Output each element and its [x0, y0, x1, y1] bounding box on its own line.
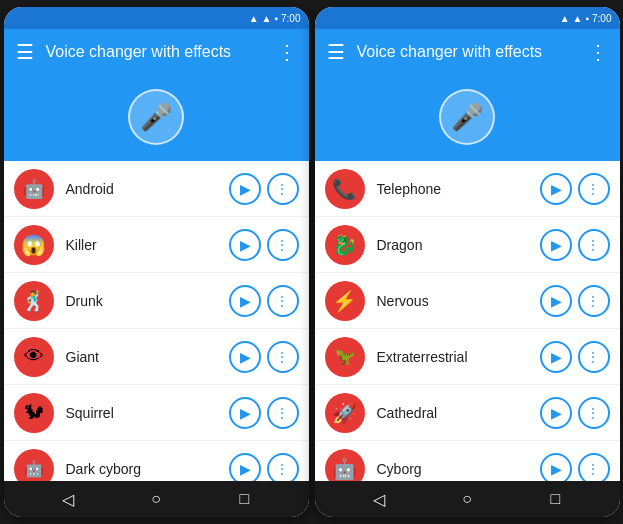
- item-name-dark-cyborg: Dark cyborg: [66, 461, 229, 477]
- item-name-cyborg: Cyborg: [377, 461, 540, 477]
- wifi-icon: ▲: [262, 13, 272, 24]
- more-button-killer[interactable]: ⋮: [267, 229, 299, 261]
- more-button-extraterrestrial[interactable]: ⋮: [578, 341, 610, 373]
- mic-button-left[interactable]: 🎤: [128, 89, 184, 145]
- play-button-squirrel[interactable]: ▶: [229, 397, 261, 429]
- play-icon: ▶: [551, 293, 562, 309]
- play-button-killer[interactable]: ▶: [229, 229, 261, 261]
- list-item: 🚀 Cathedral ▶ ⋮: [315, 385, 620, 441]
- item-actions-android: ▶ ⋮: [229, 173, 299, 205]
- play-button-dragon[interactable]: ▶: [540, 229, 572, 261]
- app-title-right: Voice changer with effects: [357, 43, 576, 61]
- play-button-cathedral[interactable]: ▶: [540, 397, 572, 429]
- item-name-cathedral: Cathedral: [377, 405, 540, 421]
- more-button-dark-cyborg[interactable]: ⋮: [267, 453, 299, 482]
- item-name-squirrel: Squirrel: [66, 405, 229, 421]
- more-button-android[interactable]: ⋮: [267, 173, 299, 205]
- more-button-cyborg[interactable]: ⋮: [578, 453, 610, 482]
- avatar-android: 🤖: [14, 169, 54, 209]
- avatar-cathedral: 🚀: [325, 393, 365, 433]
- avatar-cyborg: 🤖: [325, 449, 365, 482]
- list-item: 🕺 Drunk ▶ ⋮: [4, 273, 309, 329]
- play-icon: ▶: [240, 237, 251, 253]
- item-actions-cathedral: ▶ ⋮: [540, 397, 610, 429]
- item-name-nervous: Nervous: [377, 293, 540, 309]
- avatar-squirrel: 🐿: [14, 393, 54, 433]
- item-actions-killer: ▶ ⋮: [229, 229, 299, 261]
- more-button-dragon[interactable]: ⋮: [578, 229, 610, 261]
- play-button-telephone[interactable]: ▶: [540, 173, 572, 205]
- more-icon-left[interactable]: ⋮: [277, 40, 297, 64]
- more-button-giant[interactable]: ⋮: [267, 341, 299, 373]
- item-actions-squirrel: ▶ ⋮: [229, 397, 299, 429]
- more-button-nervous[interactable]: ⋮: [578, 285, 610, 317]
- play-button-cyborg[interactable]: ▶: [540, 453, 572, 482]
- play-button-drunk[interactable]: ▶: [229, 285, 261, 317]
- list-left: 🤖 Android ▶ ⋮ 😱 Killer ▶ ⋮ 🕺 Drunk ▶ ⋮ 👁: [4, 161, 309, 481]
- recent-button-right[interactable]: □: [540, 484, 570, 514]
- status-icons: ▲ ▲ ▪ 7:00: [249, 13, 301, 24]
- list-item: 😱 Killer ▶ ⋮: [4, 217, 309, 273]
- item-actions-dark-cyborg: ▶ ⋮: [229, 453, 299, 482]
- phone-left: ▲ ▲ ▪ 7:00 ☰ Voice changer with effects …: [4, 7, 309, 517]
- menu-icon-left[interactable]: ☰: [16, 40, 34, 64]
- time-left: 7:00: [281, 13, 300, 24]
- avatar-dragon: 🐉: [325, 225, 365, 265]
- back-button-left[interactable]: ◁: [53, 484, 83, 514]
- list-item: 🦖 Extraterrestrial ▶ ⋮: [315, 329, 620, 385]
- play-icon: ▶: [240, 461, 251, 477]
- more-button-squirrel[interactable]: ⋮: [267, 397, 299, 429]
- play-button-extraterrestrial[interactable]: ▶: [540, 341, 572, 373]
- play-icon: ▶: [240, 349, 251, 365]
- play-button-giant[interactable]: ▶: [229, 341, 261, 373]
- microphone-icon-right: 🎤: [451, 102, 483, 133]
- back-button-right[interactable]: ◁: [364, 484, 394, 514]
- item-actions-extraterrestrial: ▶ ⋮: [540, 341, 610, 373]
- status-icons-right: ▲ ▲ ▪ 7:00: [560, 13, 612, 24]
- home-button-right[interactable]: ○: [452, 484, 482, 514]
- nav-bar-left: ◁ ○ □: [4, 481, 309, 517]
- list-item: 📞 Telephone ▶ ⋮: [315, 161, 620, 217]
- play-icon: ▶: [240, 405, 251, 421]
- dots-icon: ⋮: [276, 182, 289, 196]
- play-button-nervous[interactable]: ▶: [540, 285, 572, 317]
- more-button-drunk[interactable]: ⋮: [267, 285, 299, 317]
- battery-icon-right: ▪: [585, 13, 589, 24]
- list-item: ⚡ Nervous ▶ ⋮: [315, 273, 620, 329]
- dots-icon: ⋮: [276, 406, 289, 420]
- status-bar-right: ▲ ▲ ▪ 7:00: [315, 7, 620, 29]
- nav-bar-right: ◁ ○ □: [315, 481, 620, 517]
- avatar-dark-cyborg: 🤖: [14, 449, 54, 482]
- item-actions-cyborg: ▶ ⋮: [540, 453, 610, 482]
- dots-icon: ⋮: [587, 406, 600, 420]
- time-right: 7:00: [592, 13, 611, 24]
- play-icon: ▶: [551, 181, 562, 197]
- dots-icon: ⋮: [587, 294, 600, 308]
- home-button-left[interactable]: ○: [141, 484, 171, 514]
- play-button-android[interactable]: ▶: [229, 173, 261, 205]
- play-icon: ▶: [551, 349, 562, 365]
- play-icon: ▶: [240, 293, 251, 309]
- wifi-icon-right: ▲: [573, 13, 583, 24]
- play-icon: ▶: [551, 461, 562, 477]
- avatar-drunk: 🕺: [14, 281, 54, 321]
- menu-icon-right[interactable]: ☰: [327, 40, 345, 64]
- avatar-extraterrestrial: 🦖: [325, 337, 365, 377]
- more-button-telephone[interactable]: ⋮: [578, 173, 610, 205]
- signal-icon-right: ▲: [560, 13, 570, 24]
- item-actions-drunk: ▶ ⋮: [229, 285, 299, 317]
- more-icon-right[interactable]: ⋮: [588, 40, 608, 64]
- list-item: 👁 Giant ▶ ⋮: [4, 329, 309, 385]
- mic-button-right[interactable]: 🎤: [439, 89, 495, 145]
- dots-icon: ⋮: [587, 462, 600, 476]
- recent-button-left[interactable]: □: [229, 484, 259, 514]
- item-name-android: Android: [66, 181, 229, 197]
- item-name-killer: Killer: [66, 237, 229, 253]
- mic-section-right: 🎤: [315, 75, 620, 161]
- dots-icon: ⋮: [276, 350, 289, 364]
- status-bar-left: ▲ ▲ ▪ 7:00: [4, 7, 309, 29]
- more-button-cathedral[interactable]: ⋮: [578, 397, 610, 429]
- play-icon: ▶: [551, 405, 562, 421]
- toolbar-left: ☰ Voice changer with effects ⋮: [4, 29, 309, 75]
- play-button-dark-cyborg[interactable]: ▶: [229, 453, 261, 482]
